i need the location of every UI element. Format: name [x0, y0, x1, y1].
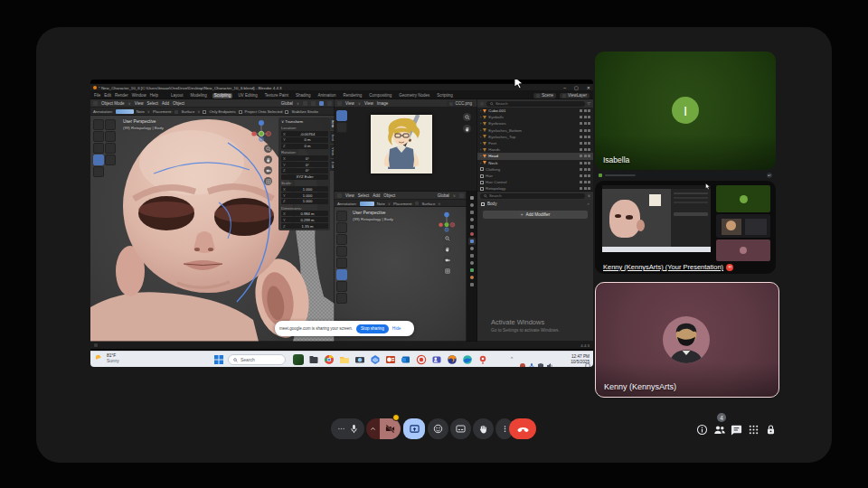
mini-tile-maroon [716, 239, 770, 261]
world-props-icon [468, 230, 476, 238]
scene-icon [536, 94, 540, 98]
viewport2-annotation-swatch [360, 202, 374, 206]
outliner-collection: Clothing [477, 166, 593, 173]
v2-annotate-tool-icon [336, 269, 347, 280]
presenter-cursor [514, 80, 524, 89]
pan-view-icon [264, 155, 272, 164]
blender-version: 4.4.3 [580, 343, 590, 348]
activate-windows-watermark: Activate Windows Go to Settings to activ… [491, 318, 560, 333]
taskbar-app-icon [447, 354, 458, 365]
taskbar-app-icon [308, 354, 319, 365]
more-horizontal-icon[interactable] [337, 425, 345, 433]
snap-icon [303, 101, 307, 106]
chat-button[interactable] [731, 423, 742, 435]
v2-scale-tool-icon [336, 258, 347, 268]
tile-kenny-presentation[interactable]: Kenny (KennysArts) (Your Presentation) [595, 181, 776, 274]
taskbar-app-icon [293, 354, 304, 365]
image-menu-view: View [364, 101, 373, 106]
image-editor-type-icon [337, 101, 342, 106]
people-icon [713, 424, 726, 436]
presentation-video[interactable]: * New_Character_10_6 [C:\Users\knaae\One… [90, 80, 593, 367]
camera-off-button[interactable] [380, 418, 401, 439]
rotation-y-field: Y0° [281, 162, 328, 167]
taskbar-app-icon [385, 354, 396, 365]
close-icon: ✕ [587, 84, 590, 91]
image-icon [449, 102, 453, 106]
tile-kenny[interactable]: Kenny (KennysArts) [595, 282, 779, 398]
location-x-field: X-0.00764 [281, 131, 328, 136]
mini-tile-webcam [716, 214, 770, 238]
outliner-collection: Retopology [477, 185, 593, 192]
collapsed-name-text [605, 174, 636, 177]
taskbar-app-icon [370, 354, 381, 365]
project-onto-selected-checkbox [239, 110, 242, 114]
viewport2-header: View Select Add Object Global∨ [335, 192, 467, 200]
viewport-toolbar [93, 119, 116, 177]
reference-image [371, 115, 432, 174]
proportional-edit-icon [311, 101, 316, 106]
end-call-button[interactable] [509, 418, 536, 439]
viewlayer-props-icon [468, 216, 476, 223]
present-screen-button[interactable] [403, 418, 425, 439]
viewport2-menu-select: Select [358, 193, 370, 198]
transform-panel-header: ∨ Transform [281, 119, 328, 124]
raise-hand-button[interactable] [473, 418, 494, 439]
outliner-collection: Hair [477, 173, 593, 179]
properties-search: Search [480, 193, 585, 199]
viewport2-annotation-settings: Annotation: Note∨ Placement: Surface∨ [335, 200, 467, 207]
transform-panel: ∨ Transform Location: X-0.00764 Y0 m Z0 … [278, 117, 330, 230]
properties-options-icon: ∨ [588, 193, 590, 198]
taskbar-app-icon [324, 354, 335, 365]
stabilize-stroke-checkbox [285, 110, 288, 114]
taskbar-app-icon [354, 354, 365, 365]
outliner-item: ›Neck [477, 160, 593, 166]
transform-tool-icon [105, 143, 116, 154]
v2-measure-tool-icon [336, 281, 347, 292]
overlays-icon [319, 101, 324, 106]
rotation-mode-dropdown: XYZ Euler [281, 174, 328, 180]
camera-options-button[interactable] [366, 418, 380, 439]
taskbar-app-icon [431, 354, 442, 365]
viewport-menu-add: Add [162, 101, 169, 106]
captions-button[interactable] [450, 418, 471, 439]
weather-condition: Sunny [107, 359, 119, 364]
cursor-tool-icon [105, 119, 116, 130]
workspace-tab: Modeling [189, 93, 209, 99]
reactions-button[interactable] [428, 418, 448, 439]
render-props-icon [468, 202, 476, 209]
outliner-header: Search ▽ [477, 99, 593, 108]
mic-control-group[interactable] [331, 418, 364, 439]
host-controls-button[interactable] [765, 423, 777, 435]
location-y-field: Y0 m [281, 137, 328, 143]
tray-app-icon [519, 357, 526, 364]
blender-logo-icon [93, 86, 97, 89]
surface-icon [175, 110, 178, 114]
microphone-icon[interactable] [349, 424, 359, 434]
viewport-menu-select: Select [147, 101, 159, 106]
add-modifier-button: +Add Modifier [483, 211, 588, 219]
tile-label-kenny: Kenny (KennysArts) [604, 382, 676, 391]
scale-y-field: Y1.000 [281, 192, 328, 198]
project-onto-selected-label: Project Onto Selected [245, 109, 283, 114]
annotate-tool-icon-active [93, 155, 104, 165]
info-button[interactable] [696, 423, 708, 435]
stabilize-stroke-label: Stabilize Stroke [291, 109, 318, 114]
mini-screenshot [602, 185, 711, 252]
v2-cursor-tool-icon [336, 222, 347, 233]
status-mouse-icon [94, 343, 98, 347]
activities-button[interactable] [748, 423, 760, 435]
image-menu-image: Image [377, 101, 389, 106]
taskbar-app-icon [477, 354, 488, 365]
people-button[interactable] [713, 423, 725, 435]
workspace-tab: Compositing [367, 93, 393, 99]
outliner-item: ›Eyelashes_Bottom [477, 127, 593, 134]
mini-cursor [705, 183, 711, 190]
viewport2-placement-surface: Surface [421, 202, 435, 206]
v2-rotate-tool-icon [336, 246, 347, 257]
tile-isabella[interactable]: I Isabella [595, 52, 776, 170]
viewport2-camera-icon [443, 256, 451, 264]
outliner-collection: Hair Control [477, 179, 593, 185]
dimensions-label: Dimensions: [281, 206, 328, 211]
tile-collapsed-strip[interactable] [595, 172, 776, 179]
only-endpoints-label: Only Endpoints [209, 109, 235, 114]
